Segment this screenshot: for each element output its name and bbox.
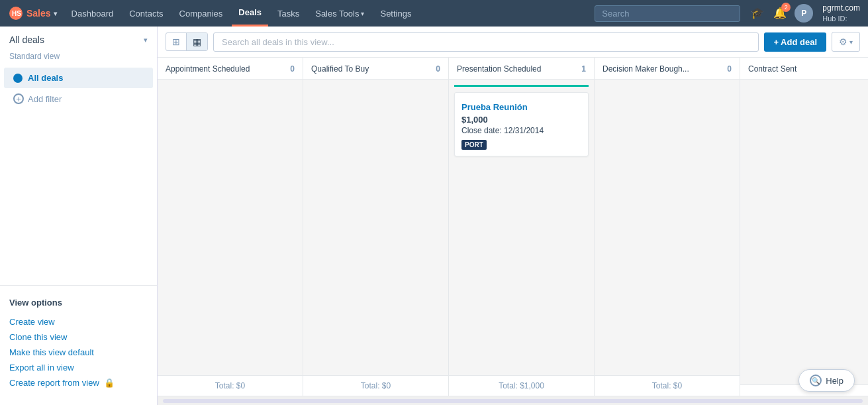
col-body-decision [595,80,740,375]
view-options-section: View options Create view Clone this view… [0,291,157,397]
add-filter[interactable]: + Add filter [4,88,153,109]
col-header-presentation: Presentation Scheduled 1 [449,58,594,80]
nav-contacts[interactable]: Contacts [122,0,169,27]
search-deals-input[interactable] [213,32,759,52]
deal-card-prueba[interactable]: Prueba Reunión $1,000 Close date: 12/31/… [454,92,589,156]
sidebar-item-bullet [13,74,23,83]
nav-tasks[interactable]: Tasks [271,0,306,27]
nav-settings[interactable]: Settings [373,0,418,27]
kanban-column-decision: Decision Maker Bough... 0 Total: $0 [595,58,740,396]
scrollbar-area[interactable] [158,396,868,405]
settings-button[interactable]: ⚙ ▾ [832,32,860,52]
col-footer-appointment: Total: $0 [158,375,303,396]
kanban-column-contract: Contract Sent [740,58,868,396]
col-footer-qualified: Total: $0 [303,375,448,396]
col-body-presentation: Prueba Reunión $1,000 Close date: 12/31/… [449,80,594,375]
view-options-title: View options [9,298,148,308]
col-title-decision: Decision Maker Bough... [603,64,689,74]
svg-text:HS: HS [12,10,21,17]
create-report-link[interactable]: Create report from view 🔒 [9,375,148,390]
kanban-column-qualified: Qualified To Buy 0 Total: $0 [303,58,449,396]
kanban-column-appointment: Appointment Scheduled 0 Total: $0 [158,58,303,396]
col-body-appointment [158,80,303,375]
col-title-contract: Contract Sent [748,64,796,74]
col-header-qualified: Qualified To Buy 0 [303,58,448,80]
kanban-column-presentation: Presentation Scheduled 1 Prueba Reunión … [449,58,595,396]
settings-dropdown-icon: ▾ [849,38,853,46]
col-count-decision: 0 [727,64,732,74]
user-info: pgrmt.com Hub ID: [822,3,860,23]
clone-view-link[interactable]: Clone this view [9,329,148,345]
sidebar-header: All deals ▾ [0,34,157,52]
main-content: ⊞ ▦ + Add deal ⚙ ▾ Appointment Scheduled… [158,27,868,405]
plus-circle-icon: + [13,93,24,104]
col-count-appointment: 0 [290,64,295,74]
nav-sales-tools[interactable]: Sales Tools ▾ [309,0,371,27]
col-body-qualified [303,80,448,375]
col-header-decision: Decision Maker Bough... 0 [595,58,740,80]
sidebar-dropdown-icon[interactable]: ▾ [144,36,148,44]
col-header-contract: Contract Sent [740,58,868,80]
add-deal-button[interactable]: + Add deal [764,32,826,52]
lock-icon: 🔒 [104,378,115,388]
col-header-appointment: Appointment Scheduled 0 [158,58,303,80]
kanban-board: Appointment Scheduled 0 Total: $0 Qualif… [158,58,868,396]
sidebar-item-label: All deals [28,73,63,83]
help-label: Help [826,376,844,386]
nav-dashboard[interactable]: Dashboard [65,0,121,27]
nav-companies[interactable]: Companies [173,0,230,27]
notification-icon[interactable]: 🔔 2 [772,5,788,21]
top-nav: HS Sales ▾ Dashboard Contacts Companies … [0,0,868,27]
col-title-appointment: Appointment Scheduled [166,64,250,74]
add-filter-label: Add filter [28,94,62,104]
sidebar-subtitle: Standard view [0,52,157,68]
view-toggle: ⊞ ▦ [166,32,208,51]
sidebar-title: All deals [9,34,44,45]
col-body-contract [740,80,868,384]
app-body: All deals ▾ Standard view All deals + Ad… [0,27,868,405]
board-view-btn[interactable]: ▦ [187,33,207,50]
make-default-view-link[interactable]: Make this view default [9,345,148,360]
search-icon: 🔍 [810,375,822,386]
nav-deals[interactable]: Deals [232,0,268,27]
deal-amount: $1,000 [461,115,581,125]
deal-close-date: Close date: 12/31/2014 [461,126,581,135]
presentation-accent-bar [454,85,589,87]
help-button[interactable]: 🔍 Help [798,369,855,392]
col-footer-decision: Total: $0 [595,375,740,396]
notification-badge: 2 [781,3,791,12]
deal-tag: PORT [461,140,487,150]
brand-logo[interactable]: HS Sales ▾ [8,5,57,21]
brand-dropdown[interactable]: ▾ [54,10,57,17]
col-count-qualified: 0 [436,64,440,74]
create-view-link[interactable]: Create view [9,314,148,329]
toolbar: ⊞ ▦ + Add deal ⚙ ▾ [158,27,868,58]
col-footer-presentation: Total: $1,000 [449,375,594,396]
scrollbar-track [163,399,863,403]
deal-name[interactable]: Prueba Reunión [461,102,581,112]
col-title-qualified: Qualified To Buy [311,64,369,74]
graduation-cap-icon[interactable]: 🎓 [749,5,765,21]
sales-tools-dropdown-icon: ▾ [361,10,364,17]
nav-icons: 🎓 🔔 2 P pgrmt.com Hub ID: [749,3,860,23]
avatar[interactable]: P [795,4,813,23]
gear-icon: ⚙ [839,36,847,47]
list-view-btn[interactable]: ⊞ [166,33,187,50]
sidebar: All deals ▾ Standard view All deals + Ad… [0,27,158,405]
col-title-presentation: Presentation Scheduled [457,64,541,74]
nav-search-input[interactable] [595,5,740,22]
export-view-link[interactable]: Export all in view [9,360,148,375]
sidebar-divider [0,285,157,286]
col-count-presentation: 1 [581,64,586,74]
sidebar-item-all-deals[interactable]: All deals [4,68,153,88]
brand-name: Sales [26,8,51,19]
